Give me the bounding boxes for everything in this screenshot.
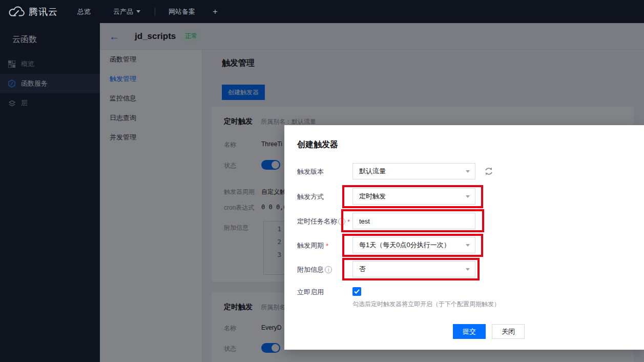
topnav-products[interactable]: 云产品 — [113, 7, 140, 16]
topnav-divider — [155, 8, 155, 16]
field-label-enable: 立即启用 — [297, 288, 324, 297]
required-asterisk: * — [347, 218, 350, 226]
topnav-beian[interactable]: 网站备案 — [169, 7, 195, 16]
info-icon[interactable] — [338, 218, 345, 225]
period-label-text: 触发周期 — [297, 241, 324, 250]
check-icon — [354, 289, 360, 294]
top-navbar: 腾讯云 总览 云产品 网站备案 + — [0, 0, 644, 23]
extra-info-value: 否 — [359, 265, 366, 274]
trigger-method-value: 定时触发 — [359, 192, 386, 201]
extra-info-select[interactable]: 否 — [352, 261, 475, 277]
required-asterisk: * — [326, 242, 328, 250]
chevron-down-icon — [466, 170, 470, 173]
tencent-cloud-logo[interactable]: 腾讯云 — [8, 6, 58, 18]
trigger-period-select[interactable]: 每1天（每天0点0分执行一次） — [352, 237, 475, 253]
trigger-method-select[interactable]: 定时触发 — [352, 188, 475, 205]
version-select-value: 默认流量 — [359, 167, 386, 176]
chevron-down-icon — [466, 195, 470, 198]
field-label-period: 触发周期 * — [297, 241, 328, 250]
trigger-period-value: 每1天（每天0点0分执行一次） — [359, 240, 450, 250]
submit-button[interactable]: 提交 — [453, 324, 486, 339]
enable-now-checkbox[interactable] — [352, 287, 361, 296]
extra-label-text: 附加信息 — [297, 265, 324, 274]
chevron-down-icon — [466, 268, 470, 271]
app-window: 腾讯云 总览 云产品 网站备案 + 云函数 概览 函数服务 — [0, 0, 644, 362]
field-label-version: 触发版本 — [297, 167, 324, 176]
field-label-task-name: 定时任务名称 * — [297, 217, 350, 226]
task-name-label-text: 定时任务名称 — [297, 217, 337, 226]
chevron-down-icon — [136, 10, 140, 13]
brand-text: 腾讯云 — [29, 6, 58, 18]
add-tab-button[interactable]: + — [213, 7, 218, 17]
field-label-method: 触发方式 — [297, 192, 324, 202]
topnav-products-label: 云产品 — [113, 7, 133, 16]
create-trigger-modal: 创建触发器 触发版本 默认流量 触发方式 定时触发 定时任务名称 * 触发周期 … — [284, 125, 644, 350]
topnav-overview[interactable]: 总览 — [77, 7, 91, 16]
version-select[interactable]: 默认流量 — [352, 163, 475, 179]
close-button[interactable]: 关闭 — [492, 324, 525, 339]
field-label-extra: 附加信息 — [297, 265, 332, 274]
cloud-logo-icon — [8, 6, 25, 17]
refresh-icon[interactable] — [484, 166, 494, 176]
task-name-input[interactable] — [352, 213, 475, 229]
info-icon[interactable] — [325, 266, 332, 273]
modal-title: 创建触发器 — [297, 139, 338, 150]
chevron-down-icon — [466, 244, 470, 247]
enable-now-hint: 勾选后定时触发器将立即开启（于下个配置周期触发） — [352, 300, 500, 309]
